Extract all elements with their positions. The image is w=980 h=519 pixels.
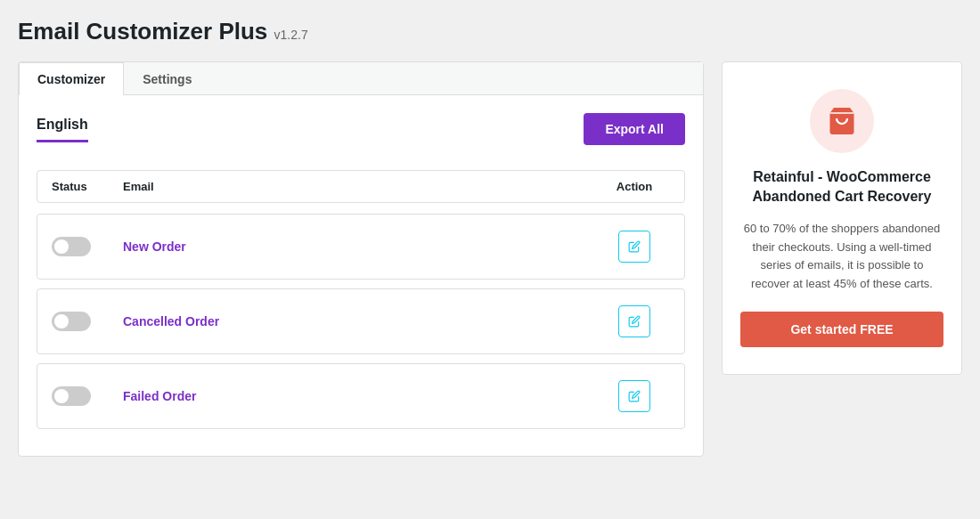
pencil-icon <box>628 240 641 253</box>
promo-cta-button[interactable]: Get started FREE <box>740 312 943 347</box>
toggle-new-order-slider <box>52 237 91 256</box>
cart-icon <box>826 105 858 137</box>
pencil-icon <box>628 315 641 328</box>
export-all-button[interactable]: Export All <box>584 113 685 145</box>
pencil-icon <box>628 390 641 402</box>
col-header-action: Action <box>599 180 670 193</box>
col-header-email: Email <box>123 180 599 193</box>
email-name-cancelled-order[interactable]: Cancelled Order <box>123 314 599 328</box>
language-header: English Export All <box>37 113 685 152</box>
toggle-cancelled-order-wrap <box>52 312 123 331</box>
edit-button-failed-order[interactable] <box>618 380 650 412</box>
tab-customizer[interactable]: Customizer <box>19 62 124 95</box>
promo-description: 60 to 70% of the shoppers abandoned thei… <box>740 220 943 294</box>
page-title: Email Customizer Plus v1.2.7 <box>18 18 962 45</box>
table-row: Failed Order <box>37 363 685 429</box>
toggle-failed-order-slider <box>52 386 91 406</box>
edit-button-new-order[interactable] <box>618 231 650 263</box>
tab-content: English Export All Status Email Action N… <box>19 95 703 456</box>
toggle-cancelled-order[interactable] <box>52 312 91 331</box>
promo-panel: Retainful - WooCommerce Abandoned Cart R… <box>722 61 962 375</box>
toggle-failed-order[interactable] <box>52 386 91 406</box>
cart-icon-circle <box>810 89 874 153</box>
action-cell-cancelled-order <box>599 305 670 337</box>
table-header: Status Email Action <box>37 170 685 203</box>
toggle-new-order-wrap <box>52 237 123 256</box>
left-panel: Customizer Settings English Export All S… <box>18 61 704 457</box>
toggle-failed-order-wrap <box>52 386 123 406</box>
email-name-failed-order[interactable]: Failed Order <box>123 389 599 403</box>
toggle-new-order[interactable] <box>52 237 91 256</box>
main-layout: Customizer Settings English Export All S… <box>18 61 962 457</box>
table-row: New Order <box>37 214 685 280</box>
table-row: Cancelled Order <box>37 288 685 354</box>
action-cell-failed-order <box>599 380 670 412</box>
action-cell-new-order <box>599 231 670 263</box>
tabs-bar: Customizer Settings <box>19 62 703 95</box>
toggle-cancelled-order-slider <box>52 312 91 331</box>
language-tab[interactable]: English <box>37 117 88 142</box>
col-header-status: Status <box>52 180 123 193</box>
tab-settings[interactable]: Settings <box>124 62 210 95</box>
email-name-new-order[interactable]: New Order <box>123 239 599 254</box>
edit-button-cancelled-order[interactable] <box>618 305 650 337</box>
promo-title: Retainful - WooCommerce Abandoned Cart R… <box>740 167 943 207</box>
